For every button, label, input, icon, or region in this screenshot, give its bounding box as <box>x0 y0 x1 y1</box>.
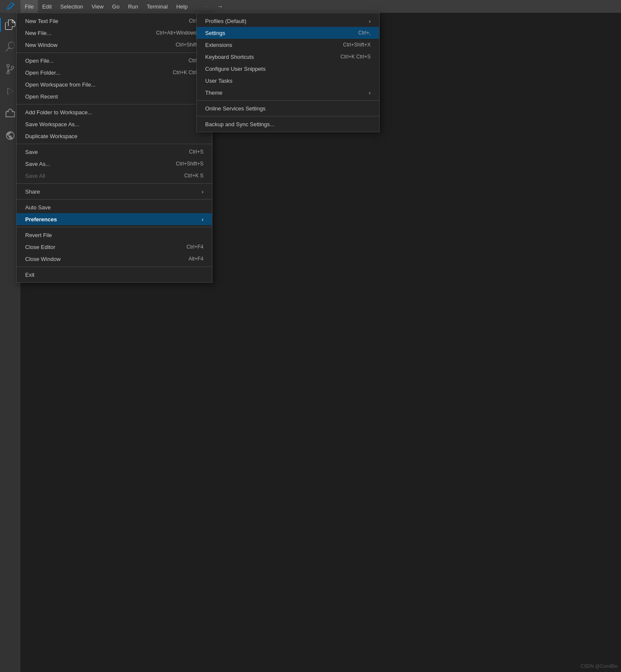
open-folder-menu-item[interactable]: Open Folder... Ctrl+K Ctrl+O <box>17 67 212 78</box>
help-menu-top[interactable]: Help <box>172 0 192 13</box>
backup-sync-settings-item[interactable]: Backup and Sync Settings... <box>197 118 379 130</box>
preferences-submenu: Profiles (Default) › Settings Ctrl+, Ext… <box>196 13 380 132</box>
view-menu-top[interactable]: View <box>87 0 108 13</box>
separator-1 <box>17 52 212 53</box>
edit-menu-top[interactable]: Edit <box>38 0 56 13</box>
app-logo <box>0 0 20 13</box>
save-as-item[interactable]: Save As... Ctrl+Shift+S <box>17 158 212 170</box>
new-file-item[interactable]: New File... Ctrl+Alt+Windows+N <box>17 27 212 39</box>
separator-6 <box>17 227 212 227</box>
open-file-menu-item[interactable]: Open File... Ctrl+O <box>17 55 212 67</box>
file-menu-top[interactable]: File <box>20 0 38 13</box>
keyboard-shortcuts-item[interactable]: Keyboard Shortcuts Ctrl+K Ctrl+S <box>197 51 379 63</box>
new-text-file-item[interactable]: New Text File Ctrl+N <box>17 15 212 27</box>
back-button[interactable]: ← <box>200 0 212 12</box>
open-workspace-item[interactable]: Open Workspace from File... <box>17 78 212 90</box>
theme-item[interactable]: Theme › <box>197 87 379 98</box>
watermark: CSDN @ComiBio <box>580 663 618 669</box>
open-recent-item[interactable]: Open Recent › <box>17 90 212 102</box>
menu-bar: File Edit Selection View Go Run Terminal… <box>20 0 192 13</box>
nav-buttons: ← → <box>200 0 226 12</box>
save-item[interactable]: Save Ctrl+S <box>17 146 212 158</box>
profiles-item[interactable]: Profiles (Default) › <box>197 15 379 27</box>
separator-3 <box>17 144 212 144</box>
exit-item[interactable]: Exit <box>17 269 212 281</box>
run-menu-top[interactable]: Run <box>124 0 142 13</box>
close-window-item[interactable]: Close Window Alt+F4 <box>17 253 212 265</box>
new-window-item[interactable]: New Window Ctrl+Shift+N <box>17 39 212 51</box>
settings-item[interactable]: Settings Ctrl+, <box>197 27 379 39</box>
submenu-separator-2 <box>197 116 379 116</box>
save-all-item[interactable]: Save All Ctrl+K S <box>17 170 212 182</box>
forward-button[interactable]: → <box>214 0 226 12</box>
submenu-separator-1 <box>197 100 379 101</box>
terminal-menu-top[interactable]: Terminal <box>142 0 172 13</box>
share-item[interactable]: Share › <box>17 185 212 197</box>
preferences-item[interactable]: Preferences › <box>17 213 212 225</box>
separator-2 <box>17 104 212 104</box>
auto-save-item[interactable]: Auto Save <box>17 201 212 213</box>
extensions-item[interactable]: Extensions Ctrl+Shift+X <box>197 39 379 51</box>
configure-user-snippets-item[interactable]: Configure User Snippets <box>197 63 379 75</box>
file-menu-dropdown: New Text File Ctrl+N New File... Ctrl+Al… <box>16 13 212 283</box>
user-tasks-item[interactable]: User Tasks <box>197 75 379 87</box>
selection-menu-top[interactable]: Selection <box>56 0 87 13</box>
separator-5 <box>17 199 212 200</box>
go-menu-top[interactable]: Go <box>108 0 124 13</box>
duplicate-workspace-item[interactable]: Duplicate Workspace <box>17 130 212 142</box>
separator-4 <box>17 183 212 184</box>
close-editor-item[interactable]: Close Editor Ctrl+F4 <box>17 241 212 253</box>
online-services-settings-item[interactable]: Online Services Settings <box>197 102 379 114</box>
revert-file-item[interactable]: Revert File <box>17 229 212 241</box>
add-folder-item[interactable]: Add Folder to Workspace... <box>17 106 212 118</box>
title-bar: File Edit Selection View Go Run Terminal… <box>0 0 621 13</box>
separator-7 <box>17 266 212 267</box>
save-workspace-as-item[interactable]: Save Workspace As... <box>17 118 212 130</box>
